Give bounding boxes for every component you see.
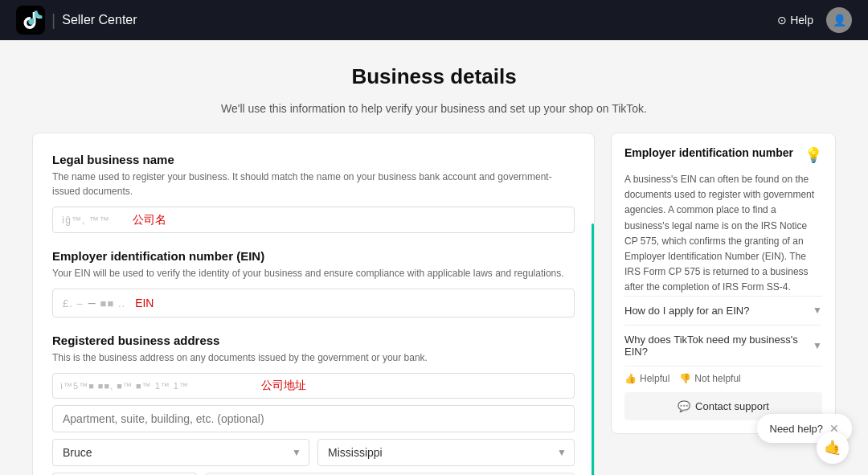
avatar-icon: 👤 [833, 14, 846, 27]
need-help-label: Need help? [770, 423, 824, 435]
ein-title: Employer identification number (EIN) [52, 249, 575, 263]
faq-chevron-1: ▼ [813, 305, 822, 316]
address-title: Registered business address [52, 334, 575, 347]
ein-segment: ■■ .. [100, 297, 126, 309]
header-divider: | [51, 11, 55, 30]
city-state-row: Bruce ▼ Mississippi ▼ [52, 439, 575, 466]
info-card-header: Employer identification number 💡 [624, 146, 822, 164]
address-section: Registered business address This is the … [52, 334, 575, 475]
city-select[interactable]: Bruce [52, 439, 309, 466]
street-address-input[interactable] [52, 373, 575, 399]
thumbs-up-icon: 👍 [624, 373, 637, 384]
city-wrapper: Bruce ▼ [52, 439, 309, 466]
legal-name-desc: The name used to register your business.… [52, 170, 575, 199]
faq-question-1: How do I apply for an EIN? [624, 305, 749, 317]
info-card-ein: Employer identification number 💡 A busin… [611, 133, 836, 434]
header-title: Seller Center [62, 13, 137, 27]
ein-prefix: £. – [63, 297, 84, 309]
legal-name-input[interactable] [52, 207, 575, 233]
page-title: Business details [32, 64, 836, 89]
contact-label: Contact support [695, 400, 769, 412]
tiktok-logo-icon [16, 6, 45, 35]
chat-widget-button[interactable]: 🤙 [817, 432, 849, 464]
ein-separator: – [88, 296, 96, 310]
hand-wave-icon: 🤙 [824, 439, 841, 457]
helpful-button[interactable]: 👍 Helpful [624, 373, 669, 384]
not-helpful-button[interactable]: 👎 Not helpful [679, 373, 740, 384]
faq-question-2: Why does TikTok need my business's EIN? [624, 334, 813, 358]
user-avatar[interactable]: 👤 [826, 7, 852, 33]
faq-chevron-2: ▼ [813, 340, 822, 351]
helpful-label: Helpful [640, 373, 669, 384]
state-wrapper: Mississippi ▼ [317, 439, 575, 466]
lightbulb-icon: 💡 [805, 146, 822, 164]
address-desc: This is the business address on any docu… [52, 350, 575, 365]
page-subtitle: We'll use this information to help verif… [32, 102, 836, 115]
state-select[interactable]: Mississippi [317, 439, 575, 466]
ein-desc: Your EIN will be used to verify the iden… [52, 266, 575, 280]
legal-name-title: Legal business name [52, 153, 575, 166]
apt-input[interactable] [52, 405, 575, 432]
ein-section: Employer identification number (EIN) You… [52, 249, 575, 317]
feedback-row: 👍 Helpful 👎 Not helpful [624, 366, 822, 384]
ein-input-row[interactable]: £. – – ■■ .. EIN [52, 289, 575, 317]
info-card-body: A business's EIN can often be found on t… [624, 172, 822, 296]
header-right: ⊙ Help 👤 [777, 7, 852, 33]
help-label: Help [790, 14, 813, 27]
content-area: Legal business name The name used to reg… [32, 133, 836, 475]
thumbs-down-icon: 👎 [679, 373, 691, 384]
logo-area: | Seller Center [16, 6, 137, 35]
form-panel: Legal business name The name used to reg… [32, 133, 595, 475]
main-content: Business details We'll use this informat… [0, 40, 868, 475]
faq-item-2[interactable]: Why does TikTok need my business's EIN? … [624, 325, 822, 366]
faq-item-1[interactable]: How do I apply for an EIN? ▼ [624, 296, 822, 325]
ein-value: EIN [135, 297, 154, 309]
chat-icon: 💬 [678, 400, 690, 412]
legal-name-section: Legal business name The name used to reg… [52, 153, 575, 233]
info-card-title: Employer identification number [624, 146, 793, 159]
help-button[interactable]: ⊙ Help [777, 14, 813, 27]
not-helpful-label: Not helpful [694, 373, 740, 384]
header: | Seller Center ⊙ Help 👤 [0, 0, 868, 40]
help-circle-icon: ⊙ [777, 14, 787, 27]
